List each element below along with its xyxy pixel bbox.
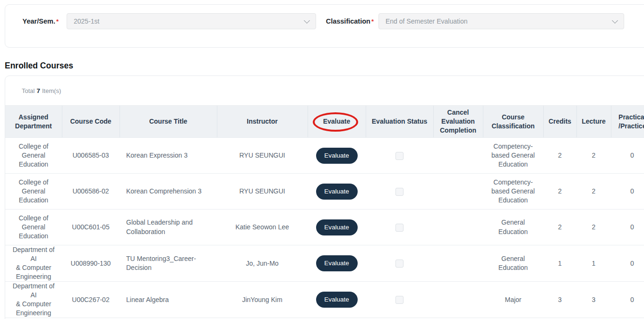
cell-credits: 1 bbox=[543, 245, 576, 282]
classification-select[interactable]: End of Semester Evaluation bbox=[378, 13, 624, 29]
cell-course-classification: Competency- based General Education bbox=[483, 138, 543, 174]
evaluation-status-checkbox[interactable] bbox=[395, 296, 404, 304]
cell-course-title: TU Mentoring3_Career-Decision bbox=[120, 245, 217, 282]
cell-practical: 0 bbox=[611, 282, 644, 318]
evaluate-button[interactable]: Evaluate bbox=[316, 292, 358, 308]
cell-department: Department of AI & Computer Engineering bbox=[5, 245, 62, 282]
column-header-credits: Credits bbox=[543, 106, 576, 138]
evaluation-status-checkbox[interactable] bbox=[395, 260, 404, 268]
cell-instructor: Katie Seowon Lee bbox=[217, 210, 308, 245]
cell-practical: 0 bbox=[611, 245, 644, 282]
classification-select-value: End of Semester Evaluation bbox=[386, 17, 468, 25]
cell-course-classification: Competency- based General Education bbox=[483, 174, 543, 210]
cell-lecture: 1 bbox=[576, 245, 611, 282]
cell-cancel-evaluation bbox=[433, 210, 483, 245]
cell-course-code: U008990-130 bbox=[62, 245, 120, 282]
classification-field: Classification* End of Semester Evaluati… bbox=[316, 13, 624, 29]
cell-instructor: RYU SEUNGUI bbox=[217, 174, 308, 210]
year-sem-label-text: Year/Sem. bbox=[23, 17, 55, 25]
table-row: Department of AI & Computer Engineering … bbox=[5, 282, 644, 318]
enrolled-courses-card: Total 7 Item(s) Assigned Department Cour… bbox=[5, 76, 644, 319]
classification-label-text: Classification bbox=[326, 17, 370, 25]
cell-course-code: U006585-03 bbox=[62, 138, 120, 174]
cell-course-title: Korean Expression 3 bbox=[120, 138, 217, 174]
table-row: Department of AI & Computer Engineering … bbox=[5, 245, 644, 282]
page-title: Enrolled Courses bbox=[5, 61, 73, 71]
column-header-practical-practice: Practical /Practice bbox=[611, 106, 644, 138]
cell-department: College of General Education bbox=[5, 210, 62, 245]
table-row: College of General Education U00C601-05 … bbox=[5, 210, 644, 245]
cell-instructor: JinYoung Kim bbox=[217, 282, 308, 318]
table-header-row: Assigned Department Course Code Course T… bbox=[5, 106, 644, 138]
cell-instructor: Jo, Jun-Mo bbox=[217, 245, 308, 282]
cell-credits: 2 bbox=[543, 174, 576, 210]
cell-lecture: 2 bbox=[576, 174, 611, 210]
cell-cancel-evaluation bbox=[433, 138, 483, 174]
year-sem-field: Year/Sem.* 2025-1st bbox=[5, 13, 316, 29]
chevron-down-icon bbox=[612, 17, 618, 24]
cell-lecture: 2 bbox=[576, 138, 611, 174]
column-header-assigned-department: Assigned Department bbox=[5, 106, 62, 138]
year-sem-label: Year/Sem.* bbox=[5, 17, 67, 25]
column-header-lecture: Lecture bbox=[576, 106, 611, 138]
cell-cancel-evaluation bbox=[433, 245, 483, 282]
year-sem-select-value: 2025-1st bbox=[74, 17, 99, 25]
evaluate-button[interactable]: Evaluate bbox=[316, 148, 358, 164]
cell-instructor: RYU SEUNGUI bbox=[217, 138, 308, 174]
column-header-evaluation-status: Evaluation Status bbox=[366, 106, 433, 138]
cell-practical: 0 bbox=[611, 210, 644, 245]
total-suffix: Item(s) bbox=[42, 87, 61, 94]
classification-label: Classification* bbox=[316, 17, 378, 25]
chevron-down-icon bbox=[304, 17, 310, 24]
table-row: College of General Education U006585-03 … bbox=[5, 138, 644, 174]
year-sem-select[interactable]: 2025-1st bbox=[67, 13, 316, 29]
cell-course-title: Global Leadership and Collaboration bbox=[120, 210, 217, 245]
cell-course-title: Korean Comprehension 3 bbox=[120, 174, 217, 210]
column-header-evaluate: Evaluate bbox=[308, 106, 366, 138]
cell-department: Department of AI & Computer Engineering bbox=[5, 282, 62, 318]
evaluation-status-checkbox[interactable] bbox=[395, 224, 404, 232]
filter-card: Year/Sem.* 2025-1st Classification* End … bbox=[5, 4, 644, 48]
cell-course-title: Linear Algebra bbox=[120, 282, 217, 318]
cell-credits: 3 bbox=[543, 282, 576, 318]
column-header-instructor: Instructor bbox=[217, 106, 308, 138]
cell-credits: 2 bbox=[543, 138, 576, 174]
cell-lecture: 3 bbox=[576, 282, 611, 318]
required-asterisk: * bbox=[56, 18, 59, 25]
total-count: 7 bbox=[36, 87, 40, 94]
cell-course-classification: General Education bbox=[483, 245, 543, 282]
cell-credits: 2 bbox=[543, 210, 576, 245]
cell-course-classification: General Education bbox=[483, 210, 543, 245]
total-label: Total bbox=[22, 87, 34, 94]
column-header-course-title: Course Title bbox=[120, 106, 217, 138]
evaluation-status-checkbox[interactable] bbox=[395, 188, 404, 196]
cell-practical: 0 bbox=[611, 174, 644, 210]
enrolled-courses-table: Assigned Department Course Code Course T… bbox=[5, 105, 644, 318]
cell-department: College of General Education bbox=[5, 138, 62, 174]
cell-lecture: 2 bbox=[576, 210, 611, 245]
cell-course-code: U00C267-02 bbox=[62, 282, 120, 318]
cell-practical: 0 bbox=[611, 138, 644, 174]
evaluate-button[interactable]: Evaluate bbox=[316, 184, 358, 200]
cell-cancel-evaluation bbox=[433, 174, 483, 210]
evaluation-status-checkbox[interactable] bbox=[395, 152, 404, 160]
cell-cancel-evaluation bbox=[433, 282, 483, 318]
column-header-cancel-evaluation-completion: Cancel Evaluation Completion bbox=[433, 106, 483, 138]
column-header-course-code: Course Code bbox=[62, 106, 120, 138]
cell-course-classification: Major bbox=[483, 282, 543, 318]
evaluate-button[interactable]: Evaluate bbox=[316, 255, 358, 271]
column-header-course-classification: Course Classification bbox=[483, 106, 543, 138]
cell-course-code: U006586-02 bbox=[62, 174, 120, 210]
table-row: College of General Education U006586-02 … bbox=[5, 174, 644, 210]
total-count-bar: Total 7 Item(s) bbox=[5, 76, 644, 105]
required-asterisk: * bbox=[371, 18, 374, 25]
cell-course-code: U00C601-05 bbox=[62, 210, 120, 245]
evaluate-button[interactable]: Evaluate bbox=[316, 219, 358, 235]
cell-department: College of General Education bbox=[5, 174, 62, 210]
